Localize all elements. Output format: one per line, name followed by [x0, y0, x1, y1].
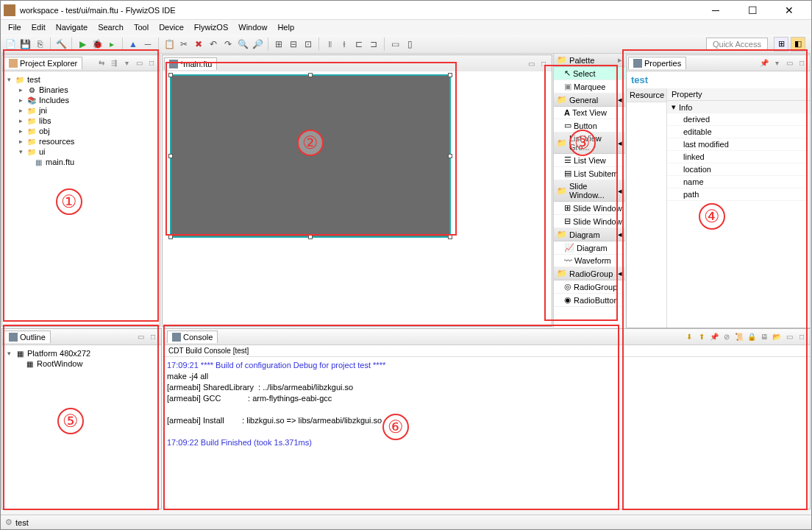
- project-tree[interactable]: ▾📁test ▸⚙Binaries ▸📚Includes ▸📁jni ▸📁lib…: [2, 71, 160, 170]
- align-icon-2[interactable]: ⊟: [287, 38, 300, 51]
- run-last-icon[interactable]: ▸: [105, 38, 118, 51]
- tree-resources[interactable]: resources: [39, 137, 74, 146]
- console-scroll-icon[interactable]: 📜: [734, 332, 744, 342]
- prop-path[interactable]: path: [667, 188, 810, 201]
- editor-minimize-icon[interactable]: ▭: [526, 58, 536, 68]
- palette-marquee[interactable]: ▣Marquee: [554, 80, 625, 93]
- console-display-icon[interactable]: 🖥: [759, 332, 769, 342]
- dist-icon-2[interactable]: ⫲: [338, 38, 351, 51]
- palette-cat-general[interactable]: 📁General◂: [554, 93, 625, 107]
- properties-tab-resource[interactable]: Resource: [627, 88, 666, 102]
- palette-slidewin1[interactable]: ⊞Slide Window: [554, 202, 625, 215]
- palette-cat-radiogroup[interactable]: 📁RadioGroup◂: [554, 267, 625, 280]
- palette-select[interactable]: ↖Select: [554, 67, 625, 80]
- tree-libs[interactable]: libs: [39, 116, 51, 125]
- size-icon-2[interactable]: ▯: [403, 38, 416, 51]
- outline-platform[interactable]: Platform 480x272: [27, 349, 90, 358]
- outline-tab[interactable]: Outline: [4, 331, 51, 343]
- palette-textview[interactable]: AText View: [554, 107, 625, 119]
- perspective-icon[interactable]: ◧: [791, 37, 805, 52]
- tree-ui[interactable]: ui: [39, 147, 46, 156]
- prop-pin-icon[interactable]: 📌: [759, 58, 769, 68]
- editor-tab[interactable]: *main.ftu: [164, 57, 217, 70]
- console-min-icon[interactable]: ▭: [784, 332, 794, 342]
- menu-search[interactable]: Search: [93, 21, 128, 33]
- delete-icon[interactable]: ✖: [192, 38, 205, 51]
- new-icon[interactable]: 📄: [4, 38, 17, 51]
- dist-icon-4[interactable]: ⊐: [367, 38, 380, 51]
- palette-cat-slide[interactable]: 📁Slide Window...◂: [554, 180, 625, 202]
- palette-waveform[interactable]: 〰Waveform: [554, 255, 625, 267]
- line-icon[interactable]: ─: [141, 38, 154, 51]
- palette-slidewin2[interactable]: ⊟Slide Window: [554, 215, 625, 228]
- design-canvas[interactable]: [170, 74, 451, 238]
- properties-group-info[interactable]: ▾Info: [667, 101, 810, 113]
- tree-includes[interactable]: Includes: [39, 96, 69, 105]
- save-all-icon[interactable]: ⎘: [33, 38, 46, 51]
- cut-icon[interactable]: ✂: [177, 38, 190, 51]
- prop-min-icon[interactable]: ▭: [784, 58, 794, 68]
- tree-jni[interactable]: jni: [39, 106, 47, 115]
- console-clear-icon[interactable]: ⊘: [722, 332, 732, 342]
- link-icon[interactable]: ⇶: [109, 58, 119, 68]
- console-open-icon[interactable]: 📂: [772, 332, 782, 342]
- palette-radiogroup[interactable]: ◎RadioGroup: [554, 280, 625, 294]
- console-arrow-down[interactable]: ⬇: [684, 332, 694, 342]
- tree-file-main[interactable]: main.ftu: [46, 158, 74, 166]
- palette-diagram[interactable]: 📈Diagram: [554, 241, 625, 255]
- perspective-switcher[interactable]: ⊞: [774, 37, 788, 52]
- prop-max-icon[interactable]: □: [797, 58, 807, 68]
- console-arrow-up[interactable]: ⬆: [697, 332, 707, 342]
- debug-icon[interactable]: 🐞: [90, 38, 104, 51]
- prop-menu-icon[interactable]: ▾: [772, 58, 782, 68]
- menu-flywizos[interactable]: FlywizOS: [190, 21, 232, 33]
- tree-binaries[interactable]: Binaries: [39, 85, 68, 94]
- quick-access-field[interactable]: Quick Access: [706, 38, 768, 51]
- minimize-button[interactable]: ─: [702, 2, 729, 18]
- palette-listview[interactable]: ☰List View: [554, 154, 625, 167]
- palette-cat-diagram[interactable]: 📁Diagram◂: [554, 228, 625, 241]
- zoom-out-icon[interactable]: 🔎: [251, 38, 264, 51]
- redo-icon[interactable]: ↷: [221, 38, 235, 51]
- palette-button[interactable]: ▭Button: [554, 119, 625, 132]
- size-icon-1[interactable]: ▭: [388, 38, 402, 51]
- tree-obj[interactable]: obj: [39, 127, 50, 135]
- properties-tab[interactable]: Properties: [628, 57, 686, 69]
- console-tab[interactable]: Console: [167, 331, 218, 343]
- menu-navigate[interactable]: Navigate: [51, 21, 92, 33]
- palette-radiobutton[interactable]: ◉RadioButton: [554, 294, 625, 307]
- editor-maximize-icon[interactable]: □: [538, 58, 549, 68]
- collapse-icon[interactable]: ⇆: [96, 58, 107, 68]
- prop-linked[interactable]: linked: [667, 151, 810, 163]
- outline-rootwindow[interactable]: RootWindow: [37, 359, 82, 368]
- menu-tool[interactable]: Tool: [129, 21, 153, 33]
- menu-window[interactable]: Window: [234, 21, 271, 33]
- menu-icon[interactable]: ▾: [121, 58, 132, 68]
- maximize-panel-icon[interactable]: □: [146, 58, 157, 68]
- minimize-panel-icon[interactable]: ▭: [134, 58, 144, 68]
- console-max-icon[interactable]: □: [797, 332, 807, 342]
- hammer-icon[interactable]: 🔨: [54, 38, 68, 51]
- fill-icon[interactable]: ▲: [127, 38, 140, 51]
- menu-device[interactable]: Device: [154, 21, 188, 33]
- palette-listsubitem[interactable]: ▤List Subitem: [554, 167, 625, 180]
- dist-icon-3[interactable]: ⊏: [352, 38, 366, 51]
- save-icon[interactable]: 💾: [18, 38, 32, 51]
- menu-edit[interactable]: Edit: [27, 21, 50, 33]
- maximize-button[interactable]: ☐: [739, 2, 766, 18]
- prop-location[interactable]: location: [667, 163, 810, 176]
- palette-header[interactable]: 📁 Palette ▸: [554, 54, 625, 67]
- outline-min-icon[interactable]: ▭: [135, 332, 146, 342]
- dist-icon-1[interactable]: ⫴: [323, 38, 336, 51]
- align-icon-1[interactable]: ⊞: [272, 38, 285, 51]
- prop-editable[interactable]: editable: [667, 126, 810, 138]
- align-icon-3[interactable]: ⊡: [302, 38, 315, 51]
- tree-root[interactable]: test: [27, 75, 40, 84]
- run-icon[interactable]: ▶: [76, 38, 89, 51]
- project-explorer-tab[interactable]: Project Explorer: [4, 57, 82, 69]
- outline-max-icon[interactable]: □: [148, 332, 158, 342]
- undo-icon[interactable]: ↶: [207, 38, 220, 51]
- outline-tree[interactable]: ▾▦Platform 480x272 ▦RootWindow: [2, 345, 161, 372]
- close-button[interactable]: ✕: [776, 2, 802, 18]
- prop-last-modified[interactable]: last modified: [667, 138, 810, 151]
